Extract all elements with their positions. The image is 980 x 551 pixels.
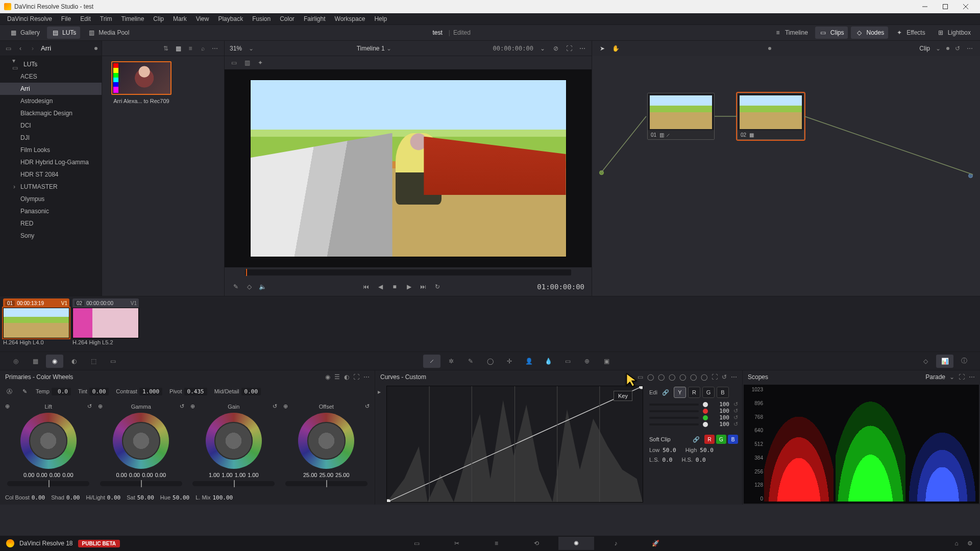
tint-value[interactable]: 0.00 <box>89 388 109 395</box>
wheel-lift[interactable]: ⊕Lift↺0.00 0.00 0.00 0.00 <box>3 401 94 488</box>
contrast-value[interactable]: 1.000 <box>139 388 162 395</box>
expand-icon[interactable]: ⛶ <box>565 44 573 53</box>
scopes-toggle-icon[interactable]: 📊 <box>936 355 953 368</box>
menu-trim[interactable]: Trim <box>96 14 116 23</box>
menu-mark[interactable]: Mark <box>169 14 191 23</box>
softclip-ls-value[interactable]: 0.0 <box>663 457 673 463</box>
luts-folder-olympus[interactable]: Olympus <box>0 193 102 205</box>
histogram-toggle-icon[interactable]: ▸ <box>375 388 383 396</box>
blur-icon[interactable]: 💧 <box>540 355 557 368</box>
effects-toggle[interactable]: ✦Effects <box>891 27 929 39</box>
play-icon[interactable]: ▶ <box>405 283 413 291</box>
node-graph[interactable]: 01▥ ⟋ 02▦ <box>592 56 980 296</box>
info-icon[interactable]: ⓘ <box>955 355 973 368</box>
window-maximize-button[interactable] <box>935 0 955 13</box>
primaries-icon[interactable]: ◉ <box>46 355 63 368</box>
menubar[interactable]: DaVinci ResolveFileEditTrimTimelineClipM… <box>0 13 980 24</box>
menu-color[interactable]: Color <box>276 14 299 23</box>
menu-fairlight[interactable]: Fairlight <box>300 14 330 23</box>
colboost-value[interactable]: 0.00 <box>32 494 45 501</box>
last-frame-icon[interactable]: ⏭ <box>419 283 427 291</box>
keyframe-icon[interactable]: ◇ <box>917 355 934 368</box>
stop-icon[interactable]: ■ <box>390 283 399 291</box>
sat-value[interactable]: 50.00 <box>137 494 154 501</box>
lum-vs-sat-icon[interactable]: ◯ <box>679 373 686 381</box>
mute-icon[interactable]: 🔈 <box>258 283 266 291</box>
motion-icon[interactable]: ▭ <box>104 355 121 368</box>
link-icon[interactable]: 🔗 <box>662 388 670 396</box>
luts-folder-arri[interactable]: Arri <box>0 83 102 95</box>
menu-fusion[interactable]: Fusion <box>248 14 275 23</box>
bars-mode-icon[interactable]: ☰ <box>334 373 340 381</box>
rgb-mixer-icon[interactable]: ⬚ <box>85 355 102 368</box>
options-icon[interactable]: ⋯ <box>731 373 737 381</box>
menu-edit[interactable]: Edit <box>76 14 95 23</box>
qualifier-icon[interactable]: ✎ <box>462 355 479 368</box>
menu-help[interactable]: Help <box>370 14 391 23</box>
play-timecode[interactable]: 01:00:00:00 <box>537 283 584 291</box>
window-minimize-button[interactable] <box>915 0 935 13</box>
key-palette-icon[interactable]: ▭ <box>559 355 576 368</box>
viewer-zoom[interactable]: 31% <box>230 45 242 52</box>
luts-folder-aces[interactable]: ACES <box>0 70 102 83</box>
hue-value[interactable]: 50.00 <box>173 494 189 501</box>
thumbnail-timeline[interactable]: 0100:00:13:19V1H.264 High L4.00200:00:00… <box>0 296 980 352</box>
lightbox-toggle[interactable]: ⊞Lightbox <box>933 27 975 39</box>
luts-folder-hdr-st-2084[interactable]: HDR ST 2084 <box>0 168 102 181</box>
expand-icon[interactable]: ⛶ <box>959 373 965 381</box>
curves-icon[interactable]: ⟋ <box>423 355 440 368</box>
page-edit[interactable]: ≡ <box>479 537 514 550</box>
luts-tree[interactable]: ▾ ▭LUTs ACESArriAstrodesignBlackmagic De… <box>0 56 102 296</box>
clip-thumbnail[interactable]: 0200:00:00:00V1H.264 High L5.2 <box>72 298 139 346</box>
link-icon[interactable]: 🔗 <box>692 435 700 443</box>
chevron-down-icon[interactable]: ⌄ <box>247 44 255 53</box>
page-fairlight[interactable]: ♪ <box>598 537 634 550</box>
log-mode-icon[interactable]: ◐ <box>344 373 349 381</box>
grid-view-icon[interactable]: ▦ <box>174 44 182 53</box>
temp-value[interactable]: 0.0 <box>52 388 71 395</box>
luts-folder-film-looks[interactable]: Film Looks <box>0 144 102 156</box>
wheel-gain[interactable]: ⊕Gain↺1.00 1.00 1.00 1.00 <box>188 401 279 488</box>
nav-back-icon[interactable]: ‹ <box>16 44 24 53</box>
luts-folder-lutmaster[interactable]: LUTMASTER <box>0 181 102 193</box>
split-icon[interactable]: ▥ <box>243 59 251 67</box>
hue-vs-sat-icon[interactable]: ◯ <box>658 373 665 381</box>
viewer-scrubber[interactable] <box>245 269 571 276</box>
softclip-hs-value[interactable]: 0.0 <box>696 457 706 463</box>
clip-thumbnail[interactable]: 0100:00:13:19V1H.264 High L4.0 <box>3 298 69 346</box>
bypass-icon[interactable]: ⊘ <box>552 44 560 53</box>
softclip-low-value[interactable]: 50.0 <box>663 447 676 454</box>
curve-intensity-slider[interactable]: 100↺ <box>649 421 738 428</box>
luts-root-folder[interactable]: ▾ ▭LUTs <box>0 58 102 70</box>
pivot-value[interactable]: 0.435 <box>184 388 207 395</box>
curve-canvas[interactable] <box>386 386 643 503</box>
sat-vs-sat-icon[interactable]: ◯ <box>690 373 697 381</box>
options-icon[interactable]: ⋯ <box>211 44 219 53</box>
wheel-offset[interactable]: ⊕Offset↺25.00 25.00 25.00 <box>281 401 372 488</box>
node-01[interactable]: 01▥ ⟋ <box>647 93 715 140</box>
lut-thumbnail[interactable]: Arri Alexa... to Rec709 <box>111 61 172 291</box>
luts-toggle[interactable]: ▤LUTs <box>47 27 80 39</box>
softclip-r-chip[interactable]: R <box>704 435 715 444</box>
channel-r-button[interactable]: R <box>688 387 700 398</box>
graph-output-icon[interactable] <box>968 173 973 178</box>
menu-view[interactable]: View <box>192 14 213 23</box>
menu-timeline[interactable]: Timeline <box>117 14 148 23</box>
list-view-icon[interactable]: ≡ <box>186 44 194 53</box>
nav-fwd-icon[interactable]: › <box>29 44 37 53</box>
sort-icon[interactable]: ⇅ <box>162 44 170 53</box>
home-icon[interactable]: ⌂ <box>952 539 961 547</box>
graph-input-icon[interactable] <box>599 170 604 175</box>
image-wipe-icon[interactable]: ▭ <box>230 59 238 67</box>
custom-curve-icon[interactable]: ▭ <box>638 373 643 381</box>
mediapool-toggle[interactable]: ▥Media Pool <box>83 27 133 39</box>
hdr-icon[interactable]: ◐ <box>65 355 83 368</box>
page-color[interactable]: ✺ <box>558 537 594 550</box>
luts-folder-hdr-hybrid-log-gamma[interactable]: HDR Hybrid Log-Gamma <box>0 156 102 168</box>
softclip-g-chip[interactable]: G <box>716 435 726 444</box>
picker-icon[interactable]: ✎ <box>232 283 240 291</box>
color-match-icon[interactable]: ▦ <box>27 355 44 368</box>
unmix-icon[interactable]: ◇ <box>245 283 253 291</box>
channel-b-button[interactable]: B <box>717 387 729 398</box>
curve-intensity-slider[interactable]: 100↺ <box>649 401 738 408</box>
